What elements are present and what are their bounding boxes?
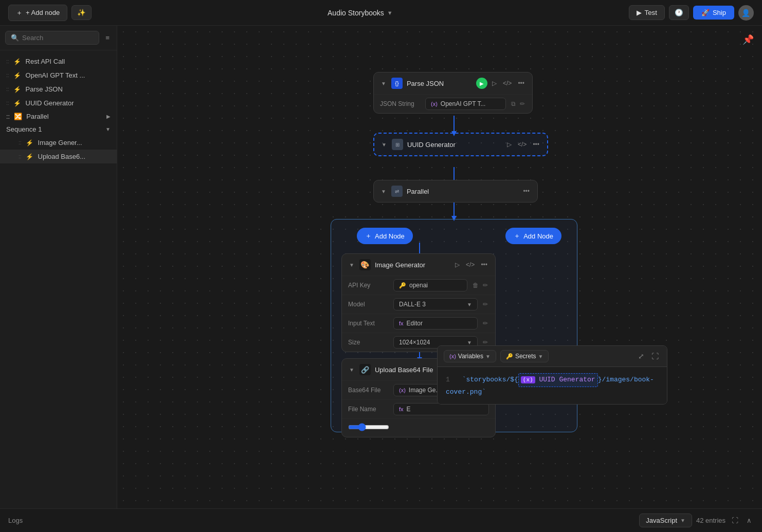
sidebar-item-rest-api[interactable]: :: ⚡ Rest API Call xyxy=(0,54,117,68)
drag-handle: :: xyxy=(19,140,22,145)
sidebar-item-image-generator[interactable]: :: ⚡ Image Gener... xyxy=(0,136,117,150)
more-button[interactable]: ••• xyxy=(479,260,489,270)
field-label: Input Text xyxy=(348,320,389,327)
play-outline-button[interactable]: ▷ xyxy=(491,78,498,88)
code-button[interactable]: </> xyxy=(501,78,513,88)
node-actions: ▷ </> ••• xyxy=(505,139,541,150)
top-bar-center: Audio Storybooks ▼ xyxy=(328,9,393,17)
model-field: Model DALL-E 3 ▼ ✏ xyxy=(342,295,495,314)
expand-bottom-button[interactable]: ⛶ xyxy=(730,515,740,526)
edit-input-button[interactable]: ✏ xyxy=(482,319,489,328)
workflow-title: Audio Storybooks xyxy=(328,9,384,17)
field-value[interactable]: 🔑 openai xyxy=(393,279,467,291)
edit-button[interactable]: ✏ xyxy=(519,99,526,108)
plus-icon: ＋ xyxy=(16,8,23,17)
history-button[interactable]: 🕐 xyxy=(669,5,689,20)
sidebar-item-upload-base64[interactable]: :: ⚡ Upload Base6... xyxy=(0,150,117,163)
sidebar-item-sequence1[interactable]: Sequence 1 ▼ xyxy=(0,123,117,136)
drag-handle: :: xyxy=(6,86,9,92)
sidebar-item-label: OpenAI GPT Text ... xyxy=(26,71,85,79)
slider[interactable] xyxy=(348,423,389,431)
magic-button[interactable]: ✨ xyxy=(71,5,92,20)
add-node-flow-right-button[interactable]: ＋ Add Node xyxy=(505,228,561,244)
file-name-value[interactable]: fx E xyxy=(393,403,489,415)
chevron-down-icon: ▼ xyxy=(485,354,491,359)
input-text-value[interactable]: fx Editor xyxy=(393,317,478,329)
canvas[interactable]: 📌 ▼ {} Parse JSON xyxy=(117,26,762,508)
edit-button[interactable]: ✏ xyxy=(482,281,489,290)
play-button[interactable]: ▷ xyxy=(505,139,513,150)
variable-badge: (x) xyxy=(521,376,535,383)
run-button[interactable]: ▶ xyxy=(476,78,487,89)
code-popup: (x) Variables ▼ 🔑 Secrets ▼ ⤢ ⛶ 1 `story… xyxy=(437,345,667,405)
code-button[interactable]: </> xyxy=(516,139,528,150)
variable-icon: (x) xyxy=(399,387,406,393)
collapse-button[interactable]: ▼ xyxy=(380,80,387,87)
rocket-icon: 🚀 xyxy=(701,9,710,16)
model-value[interactable]: DALL-E 3 ▼ xyxy=(393,298,478,310)
play-icon: ▶ xyxy=(637,9,642,16)
avatar[interactable]: 👤 xyxy=(738,5,754,21)
image-gen-icon: ⚡ xyxy=(26,139,34,146)
parse-json-icon: ⚡ xyxy=(13,86,22,93)
test-button[interactable]: ▶ Test xyxy=(629,5,665,20)
image-gen-title: Image Generator xyxy=(375,261,449,269)
logs-label: Logs xyxy=(8,517,23,524)
play-button[interactable]: ▷ xyxy=(453,260,461,270)
pin-button[interactable]: 📌 xyxy=(742,34,754,45)
node-header: ▼ {} Parse JSON ▶ ▷ </> ••• xyxy=(374,72,532,94)
secrets-tab-button[interactable]: 🔑 Secrets ▼ xyxy=(500,350,549,362)
ship-button[interactable]: 🚀 Ship xyxy=(693,6,734,20)
field-label: Size xyxy=(348,339,389,346)
filter-icon: ≡ xyxy=(105,34,110,42)
popup-actions: ⤢ ⛶ xyxy=(636,350,661,362)
collapse-button[interactable]: ▼ xyxy=(348,261,355,269)
image-gen-node-icon: 🎨 xyxy=(359,259,371,270)
filter-button[interactable]: ≡ xyxy=(103,32,112,44)
code-variable-highlight[interactable]: (x) UUID Generator xyxy=(518,373,598,387)
collapse-button[interactable]: ▼ xyxy=(380,188,387,195)
collapse-button[interactable]: ▼ xyxy=(380,141,388,149)
code-popup-header: (x) Variables ▼ 🔑 Secrets ▼ ⤢ ⛶ xyxy=(438,346,667,367)
file-name-text: E xyxy=(407,406,411,413)
add-node-left: ＋ Add Node xyxy=(357,228,413,244)
search-wrapper[interactable]: 🔍 xyxy=(5,31,99,45)
node-header: ▼ 🎨 Image Generator ▷ </> ••• xyxy=(342,254,495,276)
sidebar-item-uuid-generator[interactable]: :: ⚡ UUID Generator xyxy=(0,96,117,110)
sequence1-label: Sequence 1 xyxy=(6,125,101,133)
parse-json-node: ▼ {} Parse JSON ▶ ▷ </> ••• JSON String … xyxy=(373,72,533,114)
parse-json-title: Parse JSON xyxy=(407,80,472,87)
input-text-field: Input Text fx Editor ✏ xyxy=(342,314,495,333)
code-area[interactable]: 1 `storybooks/${(x) UUID Generator}/imag… xyxy=(438,367,667,404)
add-node-button[interactable]: ＋ + Add node xyxy=(8,5,67,21)
upload-node-icon: 🔗 xyxy=(359,364,371,375)
main-layout: 🔍 ≡ :: ⚡ Rest API Call :: ⚡ OpenAI GPT T… xyxy=(0,26,762,508)
code-button[interactable]: </> xyxy=(464,260,476,270)
more-button[interactable]: ••• xyxy=(521,186,531,196)
field-value[interactable]: (x) OpenAI GPT T... xyxy=(425,98,506,110)
sidebar-item-openai-gpt[interactable]: :: ⚡ OpenAI GPT Text ... xyxy=(0,68,117,82)
expand-editor-button[interactable]: ⤢ xyxy=(636,350,646,362)
edit-model-button[interactable]: ✏ xyxy=(482,300,489,309)
chevron-down-icon: ▼ xyxy=(467,340,472,345)
chevron-down-icon: ▼ xyxy=(105,126,111,132)
copy-button[interactable]: ⧉ xyxy=(510,99,517,108)
base64-text: Image Ge... xyxy=(409,387,441,394)
sidebar: 🔍 ≡ :: ⚡ Rest API Call :: ⚡ OpenAI GPT T… xyxy=(0,26,117,508)
add-node-flow-left-button[interactable]: ＋ Add Node xyxy=(357,228,413,244)
delete-button[interactable]: 🗑 xyxy=(471,281,480,290)
chevron-down-icon[interactable]: ▼ xyxy=(387,10,393,16)
fx-icon: fx xyxy=(399,320,404,326)
search-input[interactable] xyxy=(22,34,94,42)
variables-tab-button[interactable]: (x) Variables ▼ xyxy=(444,350,496,362)
js-selector[interactable]: JavaScript ▼ xyxy=(639,513,692,527)
collapse-button[interactable]: ▼ xyxy=(348,366,355,374)
add-node-label: Add Node xyxy=(523,232,553,240)
drag-handle: :: xyxy=(6,59,9,64)
fullscreen-button[interactable]: ⛶ xyxy=(649,350,661,362)
more-button[interactable]: ••• xyxy=(531,139,541,150)
more-button[interactable]: ••• xyxy=(516,78,526,88)
sidebar-item-parallel[interactable]: :: 🔀 Parallel ▶ xyxy=(0,110,117,123)
sidebar-item-parse-json[interactable]: :: ⚡ Parse JSON xyxy=(0,82,117,96)
collapse-bottom-button[interactable]: ∧ xyxy=(745,515,754,526)
